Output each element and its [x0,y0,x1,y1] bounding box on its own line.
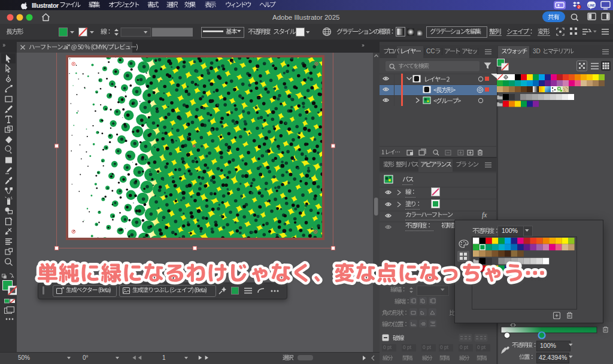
svg-text:LINE: LINE [588,4,595,7]
svg-text:2: 2 [578,5,580,9]
